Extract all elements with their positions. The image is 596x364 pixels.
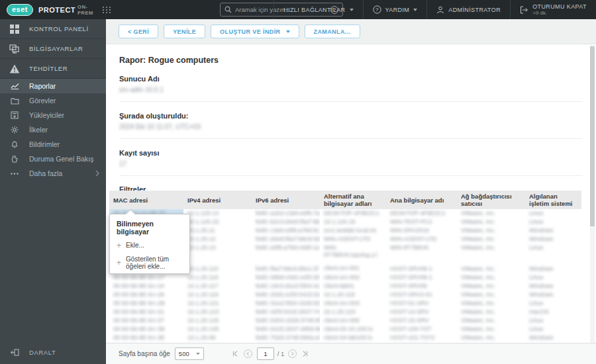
table-cell[interactable]: fe80::e5f6:a7b8:c9d0:1e [252,244,320,259]
table-row[interactable]: 00-50-56-8E-6A-3B10.1.20.130fe80::6415:2… [109,325,581,334]
table-cell[interactable]: HOST-101-TST2 [386,334,457,342]
table-cell[interactable]: Linux [525,209,581,218]
table-cell[interactable]: fe80::a1b2:c3d4:e5f6:7a [252,209,320,218]
table-cell[interactable]: 00-50-56-8E-6A-31 [109,308,183,316]
table-cell[interactable]: 10.1.20.110 [183,259,252,273]
table-cell[interactable]: HOST-01-SRV [386,299,457,308]
table-cell[interactable]: 00-50-56-8E-6A-3E [109,334,183,342]
table-cell[interactable]: Windows [525,282,581,291]
table-cell[interactable]: 10.1.20.13 [183,244,252,259]
table-cell[interactable]: Linux [525,299,581,308]
table-cell[interactable]: macOS [525,308,581,316]
table-cell[interactable]: 10.1.120.15 [320,218,386,226]
table-cell[interactable]: 10.1.20.123 [320,308,386,316]
table-cell[interactable]: client-srv-002 [320,273,386,282]
table-cell[interactable]: WIN-TEST-PC2 [386,218,457,226]
table-cell[interactable]: fe80::5304:1526:3748:85 [252,316,320,325]
table-cell[interactable]: client-srv-005 [320,316,386,325]
context-menu-item-add[interactable]: + Ekle... [110,238,189,252]
sidebar-item-gorevler[interactable]: Görevler [0,93,106,108]
table-cell[interactable]: client-lab01 [320,282,386,291]
table-cell[interactable]: Windows [525,235,581,244]
previous-page-icon[interactable] [244,349,252,358]
table-cell[interactable]: DESKTOP-4F8E2C1 [386,209,457,218]
sidebar-item-daha-fazla[interactable]: Daha fazla [0,166,106,181]
table-cell[interactable]: Windows [525,291,581,299]
table-cell[interactable]: Windows [525,334,581,342]
table-cell[interactable]: fe80::7526:3748:590a:a7 [252,334,320,342]
table-cell[interactable]: client-04-lab100.lo [320,334,386,342]
table-cell[interactable]: Windows [525,226,581,235]
first-page-icon[interactable] [230,349,241,359]
table-cell[interactable]: fe80::42f3:0415:2637:74 [252,308,320,316]
table-cell[interactable]: VMware, Inc. [457,273,525,282]
apps-grid-icon[interactable] [103,7,111,13]
table-cell[interactable]: 10.1.20.121 [183,299,252,308]
table-cell[interactable]: VMware, Inc. [457,334,525,342]
table-row[interactable]: 00-50-56-8E-6A-1710.1.20.116fe80::08b9:c… [109,273,581,282]
table-cell[interactable]: HOST-SRV09-1 [386,259,457,273]
table-cell[interactable]: 00-50-56-8E-6A-17 [109,273,183,282]
next-page-icon[interactable] [288,349,297,358]
table-cell[interactable]: Linux [525,244,581,259]
table-cell[interactable]: client-srv-001 [320,259,386,273]
table-cell[interactable]: fe80::31e2:f304:1526:63 [252,299,320,308]
sidebar-collapse-button[interactable]: DARALT [0,344,106,360]
table-cell[interactable]: VMware, Inc. [457,244,525,259]
table-cell[interactable]: VMware, Inc. [457,299,525,308]
table-cell[interactable]: VMware, Inc. [457,235,525,244]
table-cell[interactable]: HOST-SRV09-1 [386,273,457,282]
table-cell[interactable]: client-srv-003 [320,299,386,308]
logout-button[interactable]: OTURUMU KAPAT >9 dk. [510,0,596,19]
table-cell[interactable]: 00-50-56-8E-6A-3B [109,325,183,334]
column-header-alt-hostnames[interactable]: Alternatif ana bilgisayar adları [320,191,386,209]
user-menu[interactable]: ADMİNİSTRATOR [426,0,510,19]
generate-download-button[interactable]: OLUŞTUR VE İNDİR [211,24,299,38]
refresh-button[interactable]: YENİLE [164,24,205,38]
table-cell[interactable]: 10.1.20.12 [183,235,252,244]
table-cell[interactable]: fe80::c3d4:e5f6:a7b8:9c [252,226,320,235]
table-cell[interactable]: srv1.testlab.local.int [320,226,386,235]
table-cell[interactable]: VMware, Inc. [457,226,525,235]
page-number-input[interactable] [257,347,274,360]
table-cell[interactable]: Linux [525,325,581,334]
table-cell[interactable]: VMware, Inc. [457,308,525,316]
table-cell[interactable]: 10.1.120.14 [183,209,252,218]
table-cell[interactable]: WIN-SRV2019 [386,226,457,235]
table-cell[interactable]: WIN-AGENT-LTD [320,235,386,244]
table-row[interactable]: 00-50-56-8E-6A-3710.1.20.125fe80::5304:1… [109,316,581,325]
table-cell[interactable]: 00-50-56-8E-6A-24 [109,282,183,291]
table-cell[interactable]: Windows [525,259,581,273]
table-row[interactable]: 00-50-56-8E-6A-2B10.1.20.121fe80::31e2:f… [109,299,581,308]
table-cell[interactable]: HOST-SRV09 [386,282,457,291]
table-cell[interactable]: 10.1.20.125 [183,316,252,325]
quick-links-menu[interactable]: HIZLI BAĞLANTILAR [273,0,362,19]
table-cell[interactable]: HOST-100-TST [386,325,457,334]
column-header-ipv6[interactable]: IPv6 adresi [252,191,320,209]
table-row[interactable]: 00-50-56-8E-6A-2410.1.20.117fe80::19c0:d… [109,282,581,291]
table-cell[interactable]: Linux [525,273,581,282]
table-cell[interactable]: 00-50-56-8E-6A-2B [109,299,183,308]
table-cell[interactable]: HOST-14-SRV [386,308,457,316]
vertical-scrollbar[interactable] [590,45,595,343]
table-cell[interactable]: DESKTOP-4F8E2C1 [320,209,386,218]
table-cell[interactable]: fe80::08b9:c0d1:e2f3:30 [252,273,320,282]
column-header-hostname[interactable]: Ana bilgisayar adı [386,191,457,209]
sidebar-item-kontrol-paneli[interactable]: KONTROL PANELİ [0,19,106,39]
table-cell[interactable]: client-03-10.100.lo [320,325,386,334]
table-cell[interactable]: fe80::f6a7:b8c9:d0e1:2f [252,259,320,273]
table-cell[interactable]: VMware, Inc. [457,282,525,291]
table-cell[interactable]: Linux [525,316,581,325]
sidebar-item-ilkeler[interactable]: İlkeler [0,122,106,137]
last-page-icon[interactable] [299,349,310,359]
context-menu-item-add-all[interactable]: + Gösterilen tüm öğeleri ekle... [110,252,189,273]
column-header-detected-os[interactable]: Algılanan işletim sistemi [525,191,581,209]
table-cell[interactable]: fe80::19c0:d1e2:f304:41 [252,282,320,291]
table-cell[interactable]: VMware, Inc. [457,259,525,273]
table-cell[interactable]: 10.1.20.117 [183,282,252,291]
sidebar-item-duruma-genel-bakis[interactable]: Duruma Genel Bakış [0,152,106,166]
table-cell[interactable]: VMware, Inc. [457,325,525,334]
table-cell[interactable]: 10.1.20.118 [183,291,252,299]
table-cell[interactable]: VMware, Inc. [457,316,525,325]
table-row[interactable]: 00-50-56-8E-6A-3110.1.20.123fe80::42f3:0… [109,308,581,316]
